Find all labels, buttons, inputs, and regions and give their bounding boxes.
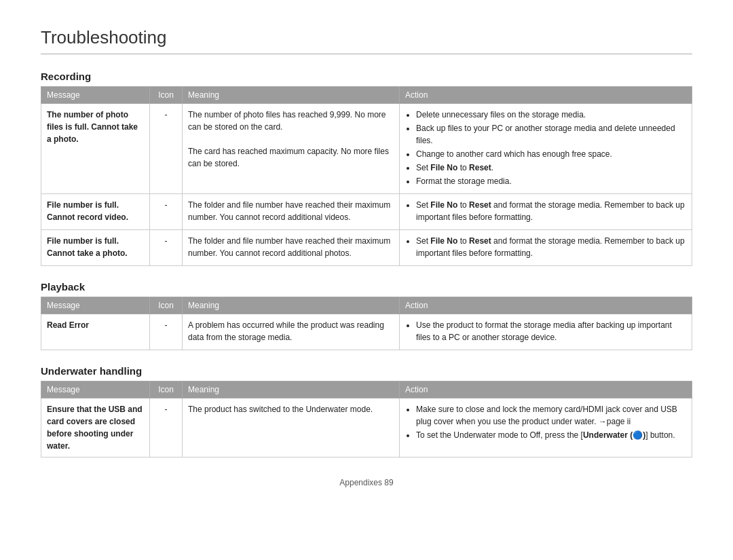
list-item: Delete unnecessary files on the storage …	[416, 109, 686, 121]
cell-icon: -	[150, 104, 183, 194]
section-title-playback: Playback	[41, 281, 692, 293]
page-footer: Appendixes 89	[41, 478, 692, 487]
col-header-icon: Icon	[150, 381, 183, 398]
col-header-meaning: Meaning	[183, 297, 400, 314]
cell-action: Set File No to Reset and format the stor…	[400, 194, 692, 230]
list-item: Make sure to close and lock the memory c…	[416, 403, 686, 428]
table-row: File number is full. Cannot record video…	[41, 194, 692, 230]
cell-meaning: The folder and file number have reached …	[183, 230, 400, 266]
page-title: Troubleshooting	[41, 27, 692, 54]
cell-message: Ensure that the USB and card covers are …	[41, 398, 150, 458]
col-header-icon: Icon	[150, 87, 183, 104]
list-item: Set File No to Reset and format the stor…	[416, 235, 686, 259]
list-item: To set the Underwater mode to Off, press…	[416, 429, 686, 441]
col-header-action: Action	[400, 87, 692, 104]
cell-icon: -	[150, 230, 183, 266]
cell-icon: -	[150, 398, 183, 458]
table-row: Read Error-A problem has occurred while …	[41, 314, 692, 350]
col-header-action: Action	[400, 297, 692, 314]
section-playback: PlaybackMessageIconMeaningActionRead Err…	[41, 281, 692, 350]
cell-message: File number is full. Cannot record video…	[41, 194, 150, 230]
col-header-meaning: Meaning	[183, 87, 400, 104]
list-item: Set File No to Reset and format the stor…	[416, 199, 686, 223]
cell-meaning: The folder and file number have reached …	[183, 194, 400, 230]
cell-icon: -	[150, 194, 183, 230]
cell-icon: -	[150, 314, 183, 350]
section-title-underwater: Underwater handling	[41, 365, 692, 377]
section-underwater: Underwater handlingMessageIconMeaningAct…	[41, 365, 692, 458]
list-item: Back up files to your PC or another stor…	[416, 122, 686, 147]
cell-message: The number of photo files is full. Canno…	[41, 104, 150, 194]
cell-meaning: The product has switched to the Underwat…	[183, 398, 400, 458]
list-item: Change to another card which has enough …	[416, 148, 686, 160]
table-row: File number is full. Cannot take a photo…	[41, 230, 692, 266]
section-recording: RecordingMessageIconMeaningActionThe num…	[41, 71, 692, 266]
table-recording: MessageIconMeaningActionThe number of ph…	[41, 86, 692, 266]
col-header-message: Message	[41, 87, 150, 104]
list-item: Set File No to Reset.	[416, 162, 686, 174]
col-header-action: Action	[400, 381, 692, 398]
cell-message: File number is full. Cannot take a photo…	[41, 230, 150, 266]
cell-action: Make sure to close and lock the memory c…	[400, 398, 692, 458]
cell-action: Delete unnecessary files on the storage …	[400, 104, 692, 194]
list-item: Format the storage media.	[416, 175, 686, 187]
cell-meaning: A problem has occurred while the product…	[183, 314, 400, 350]
col-header-icon: Icon	[150, 297, 183, 314]
list-item: Use the product to format the storage me…	[416, 319, 686, 343]
cell-message: Read Error	[41, 314, 150, 350]
table-row: The number of photo files is full. Canno…	[41, 104, 692, 194]
col-header-meaning: Meaning	[183, 381, 400, 398]
section-title-recording: Recording	[41, 71, 692, 82]
table-row: Ensure that the USB and card covers are …	[41, 398, 692, 458]
table-playback: MessageIconMeaningActionRead Error-A pro…	[41, 297, 692, 350]
table-underwater: MessageIconMeaningActionEnsure that the …	[41, 381, 692, 458]
col-header-message: Message	[41, 381, 150, 398]
col-header-message: Message	[41, 297, 150, 314]
cell-action: Set File No to Reset and format the stor…	[400, 230, 692, 266]
cell-meaning: The number of photo files has reached 9,…	[183, 104, 400, 194]
cell-action: Use the product to format the storage me…	[400, 314, 692, 350]
